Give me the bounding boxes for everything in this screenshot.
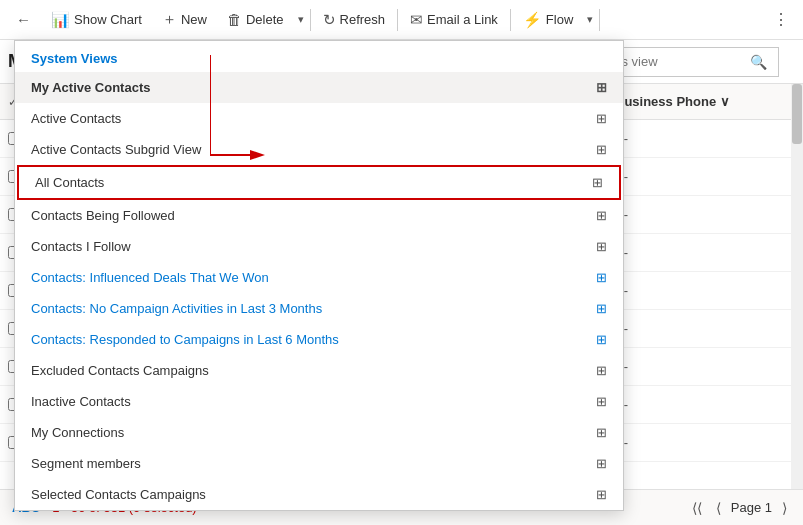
pin-icon: ⊞ [596, 301, 607, 316]
dropdown-item-my-active-contacts[interactable]: My Active Contacts ⊞ [15, 72, 623, 103]
dropdown-item-my-connections[interactable]: My Connections ⊞ [15, 417, 623, 448]
dropdown-section-title: System Views [15, 41, 623, 72]
dropdown-item-inactive-contacts[interactable]: Inactive Contacts ⊞ [15, 386, 623, 417]
new-label: New [181, 12, 207, 27]
pin-icon: ⊞ [596, 487, 607, 502]
pin-icon: ⊞ [596, 208, 607, 223]
dropdown-item-label: Segment members [31, 456, 141, 471]
dropdown-item-label: My Active Contacts [31, 80, 150, 95]
back-button[interactable]: ← [6, 6, 41, 33]
row-phone: --- [615, 169, 775, 184]
flow-dropdown-arrow[interactable]: ▾ [583, 8, 597, 31]
vertical-scrollbar[interactable] [791, 84, 803, 489]
show-chart-label: Show Chart [74, 12, 142, 27]
row-phone: --- [615, 397, 775, 412]
row-phone: --- [615, 359, 775, 374]
refresh-label: Refresh [340, 12, 386, 27]
dropdown-item-active-contacts[interactable]: Active Contacts ⊞ [15, 103, 623, 134]
delete-label: Delete [246, 12, 284, 27]
delete-icon: 🗑 [227, 11, 242, 28]
dropdown-item-excluded-contacts[interactable]: Excluded Contacts Campaigns ⊞ [15, 355, 623, 386]
new-button[interactable]: ＋ New [152, 5, 217, 34]
pin-icon: ⊞ [596, 456, 607, 471]
separator-4 [599, 9, 600, 31]
search-icon[interactable]: 🔍 [750, 54, 767, 70]
email-icon: ✉ [410, 11, 423, 29]
toolbar: ← 📊 Show Chart ＋ New 🗑 Delete ▾ ↻ Refres… [0, 0, 803, 40]
show-chart-button[interactable]: 📊 Show Chart [41, 6, 152, 34]
dropdown-item-contacts-being-followed[interactable]: Contacts Being Followed ⊞ [15, 200, 623, 231]
pin-icon: ⊞ [596, 394, 607, 409]
dropdown-item-label: Contacts I Follow [31, 239, 131, 254]
pin-icon: ⊞ [596, 80, 607, 95]
flow-icon: ⚡ [523, 11, 542, 29]
dropdown-item-label: My Connections [31, 425, 124, 440]
dropdown-item-label: Inactive Contacts [31, 394, 131, 409]
col-phone-filter-icon[interactable]: ∨ [720, 94, 730, 109]
flow-button[interactable]: ⚡ Flow [513, 6, 583, 34]
pin-icon: ⊞ [596, 363, 607, 378]
row-phone: --- [615, 435, 775, 450]
scrollbar-thumb[interactable] [792, 84, 802, 144]
flow-label: Flow [546, 12, 573, 27]
dropdown-item-label: Selected Contacts Campaigns [31, 487, 206, 502]
refresh-button[interactable]: ↻ Refresh [313, 6, 396, 34]
pin-icon: ⊞ [592, 175, 603, 190]
dropdown-item-all-contacts[interactable]: All Contacts ⊞ [17, 165, 621, 200]
dropdown-item-active-contacts-subgrid[interactable]: Active Contacts Subgrid View ⊞ [15, 134, 623, 165]
separator-3 [510, 9, 511, 31]
row-phone: --- [615, 207, 775, 222]
dropdown-item-contacts-no-campaign[interactable]: Contacts: No Campaign Activities in Last… [15, 293, 623, 324]
back-icon: ← [16, 11, 31, 28]
separator-1 [310, 9, 311, 31]
delete-dropdown-arrow[interactable]: ▾ [294, 8, 308, 31]
email-link-button[interactable]: ✉ Email a Link [400, 6, 508, 34]
nav-next-button[interactable]: ⟩ [778, 498, 791, 518]
row-phone: --- [615, 321, 775, 336]
views-dropdown-panel: System Views My Active Contacts ⊞ Active… [14, 40, 624, 511]
pagination-nav: ⟨⟨ ⟨ Page 1 ⟩ [688, 498, 791, 518]
col-phone-label: Business Phone [615, 94, 716, 109]
page-label: Page 1 [731, 500, 772, 515]
dropdown-item-label: Contacts Being Followed [31, 208, 175, 223]
nav-first-button[interactable]: ⟨⟨ [688, 498, 706, 518]
pin-icon: ⊞ [596, 111, 607, 126]
row-phone: --- [615, 283, 775, 298]
pin-icon: ⊞ [596, 425, 607, 440]
plus-icon: ＋ [162, 10, 177, 29]
dropdown-item-label: All Contacts [35, 175, 104, 190]
pin-icon: ⊞ [596, 332, 607, 347]
refresh-icon: ↻ [323, 11, 336, 29]
separator-2 [397, 9, 398, 31]
dropdown-item-label: Contacts: Influenced Deals That We Won [31, 270, 269, 285]
pin-icon: ⊞ [596, 142, 607, 157]
pin-icon: ⊞ [596, 270, 607, 285]
more-options-button[interactable]: ⋮ [765, 5, 797, 34]
chart-icon: 📊 [51, 11, 70, 29]
dropdown-item-label: Contacts: No Campaign Activities in Last… [31, 301, 322, 316]
row-phone: --- [615, 245, 775, 260]
row-phone: --- [615, 131, 775, 146]
nav-prev-button[interactable]: ⟨ [712, 498, 725, 518]
dropdown-item-label: Active Contacts [31, 111, 121, 126]
dropdown-item-label: Active Contacts Subgrid View [31, 142, 201, 157]
column-business-phone[interactable]: Business Phone ∨ [615, 94, 775, 109]
dropdown-item-contacts-i-follow[interactable]: Contacts I Follow ⊞ [15, 231, 623, 262]
dropdown-item-selected-contacts[interactable]: Selected Contacts Campaigns ⊞ [15, 479, 623, 510]
dropdown-item-label: Excluded Contacts Campaigns [31, 363, 209, 378]
dropdown-item-contacts-influenced-deals[interactable]: Contacts: Influenced Deals That We Won ⊞ [15, 262, 623, 293]
dropdown-item-segment-members[interactable]: Segment members ⊞ [15, 448, 623, 479]
dropdown-item-label: Contacts: Responded to Campaigns in Last… [31, 332, 339, 347]
dropdown-item-contacts-responded[interactable]: Contacts: Responded to Campaigns in Last… [15, 324, 623, 355]
email-link-label: Email a Link [427, 12, 498, 27]
delete-button[interactable]: 🗑 Delete [217, 6, 294, 33]
pin-icon: ⊞ [596, 239, 607, 254]
